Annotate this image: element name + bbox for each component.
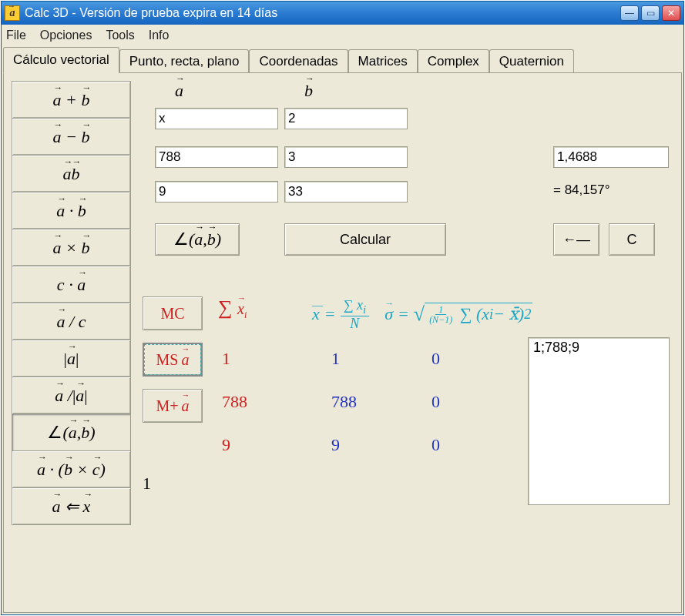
window-controls: — ▭ ✕	[620, 5, 680, 21]
calculate-button[interactable]: Calcular	[284, 223, 446, 256]
result-field[interactable]	[553, 146, 669, 168]
stats-col-sum: 1 788 9	[222, 337, 247, 467]
menu-tools[interactable]: Tools	[106, 28, 134, 42]
input-b-z[interactable]	[284, 181, 408, 203]
title-bar: a Calc 3D - Versión de prueba expira en …	[2, 2, 683, 25]
menu-bar: File Opciones Tools Info	[2, 25, 683, 46]
n-count: 1	[143, 474, 151, 494]
op-dot[interactable]: a · b	[12, 192, 131, 229]
tab-matrices[interactable]: Matrices	[348, 49, 418, 72]
input-b-y[interactable]	[284, 146, 408, 168]
list-item[interactable]: 1;788;9	[533, 340, 664, 356]
tab-punto[interactable]: Punto, recta, plano	[119, 49, 250, 72]
input-b-x[interactable]	[284, 108, 408, 129]
op-normalize[interactable]: a /a	[12, 377, 131, 414]
app-window: a Calc 3D - Versión de prueba expira en …	[1, 1, 684, 615]
op-scalar-div[interactable]: a / c	[12, 303, 131, 340]
header-b: b	[304, 81, 313, 101]
op-scalar-mul[interactable]: c · a	[12, 266, 131, 303]
result-degrees: = 84,157°	[553, 182, 609, 198]
op-add[interactable]: a + b	[12, 81, 131, 119]
tab-coordenadas[interactable]: Coordenadas	[249, 49, 348, 72]
close-button[interactable]: ✕	[662, 5, 680, 21]
menu-opciones[interactable]: Opciones	[40, 28, 92, 42]
op-ab[interactable]: ab	[12, 155, 131, 192]
memory-column: MC MSa M+a	[143, 296, 203, 423]
clear-button[interactable]: C	[609, 223, 655, 256]
tab-quaternion[interactable]: Quaternion	[489, 49, 574, 72]
operation-column: a + b a − b ab a · b a × b c · a a / c a…	[12, 81, 131, 525]
minimize-button[interactable]: —	[620, 5, 639, 21]
input-a-y[interactable]	[155, 146, 278, 168]
tab-panel: a + b a − b ab a · b a × b c · a a / c a…	[3, 72, 682, 613]
mplus-button[interactable]: M+a	[143, 389, 203, 423]
angle-button[interactable]: ∠(a,b)	[155, 223, 240, 256]
input-a-x[interactable]	[155, 108, 278, 129]
maximize-button[interactable]: ▭	[641, 5, 660, 21]
tab-row: Cálculo vectorial Punto, recta, plano Co…	[2, 46, 683, 72]
app-icon: a	[5, 5, 20, 21]
stats-formula: x— = ∑ xiN σ→ = √1(N−1) ∑ (xi − x̄)2	[312, 298, 532, 330]
op-triple[interactable]: a · (b × c)	[12, 450, 131, 488]
op-angle[interactable]: ∠(a,b)	[12, 413, 131, 451]
tab-complex[interactable]: Complex	[418, 49, 489, 72]
tab-vectorial[interactable]: Cálculo vectorial	[3, 47, 119, 73]
input-a-z[interactable]	[155, 181, 278, 203]
window-title: Calc 3D - Versión de prueba expira en 14…	[25, 6, 620, 20]
op-assign[interactable]: a ⇐ x	[12, 487, 131, 525]
menu-info[interactable]: Info	[149, 28, 170, 42]
memory-listbox[interactable]: 1;788;9	[528, 337, 670, 505]
menu-file[interactable]: File	[6, 28, 26, 42]
stats-col-sigma: 0 0 0	[431, 337, 440, 467]
sigma-xi-icon: ∑ xi	[218, 296, 247, 321]
op-abs[interactable]: a	[12, 340, 131, 377]
mc-button[interactable]: MC	[143, 296, 203, 330]
op-cross[interactable]: a × b	[12, 229, 131, 266]
op-sub[interactable]: a − b	[12, 118, 131, 156]
stats-col-mean: 1 788 9	[331, 337, 357, 467]
back-button[interactable]: ←—	[553, 223, 599, 256]
header-a: a	[175, 81, 183, 101]
ms-button[interactable]: MSa	[143, 343, 203, 377]
